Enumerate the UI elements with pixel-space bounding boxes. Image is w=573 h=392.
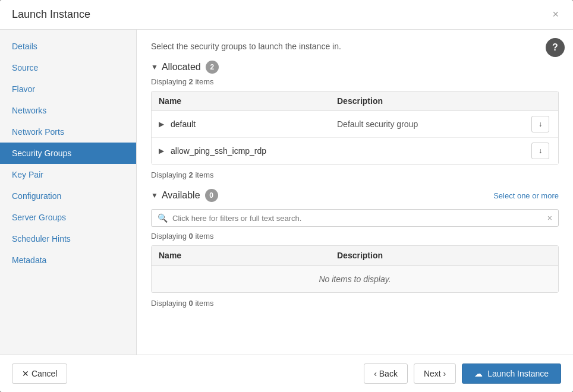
modal-header: Launch Instance × [0, 0, 573, 30]
modal-footer: ✕ Cancel ‹ Back Next › ☁ Launch Instance [0, 355, 573, 392]
footer-right: ‹ Back Next › ☁ Launch Instance [364, 363, 561, 384]
search-icon: 🔍 [158, 213, 168, 223]
search-box[interactable]: 🔍 × [151, 209, 559, 227]
allocated-displaying-bottom: Displaying 2 items [151, 170, 559, 179]
row-action-default: ↓ [530, 116, 551, 132]
allocated-col-name: Name [159, 96, 337, 106]
sidebar-item-configuration[interactable]: Configuration [0, 185, 136, 207]
launch-instance-label: Launch Instance [487, 369, 549, 378]
available-table: Name Description No items to display. [151, 245, 559, 293]
close-button[interactable]: × [550, 8, 561, 21]
available-displaying-top: Displaying 0 items [151, 232, 559, 241]
launch-instance-button[interactable]: ☁ Launch Instance [462, 363, 561, 384]
row-name-default: default [171, 119, 337, 129]
next-button[interactable]: Next › [414, 363, 456, 384]
allocated-chevron-icon: ▼ [151, 63, 158, 71]
search-clear-icon[interactable]: × [547, 213, 552, 223]
available-col-description: Description [337, 251, 551, 260]
search-input[interactable] [172, 214, 547, 223]
description-text: Select the security groups to launch the… [151, 42, 559, 51]
sidebar-item-flavor[interactable]: Flavor [0, 78, 136, 100]
modal-title: Launch Instance [12, 8, 90, 21]
allocated-section: ▼ Allocated 2 Displaying 2 items Name De… [151, 61, 559, 179]
row-expand-icon[interactable]: ▶ [159, 120, 171, 128]
help-button[interactable]: ? [546, 38, 565, 57]
sidebar-item-network-ports[interactable]: Network Ports [0, 121, 136, 143]
no-items-text: No items to display. [319, 274, 391, 284]
cloud-icon: ☁ [474, 369, 483, 378]
back-button[interactable]: ‹ Back [364, 363, 408, 384]
table-row: ▶ allow_ping_ssh_icmp_rdp ↓ [152, 138, 558, 164]
available-header-row: ▼ Available 0 Select one or more [151, 189, 559, 206]
available-chevron-icon: ▼ [151, 191, 158, 200]
table-row: ▶ default Default security group ↓ [152, 111, 558, 138]
allocated-table: Name Description ▶ default Default secur… [151, 91, 559, 165]
sidebar: Details Source Flavor Networks Network P… [0, 30, 137, 355]
allocated-count-badge: 2 [206, 61, 219, 74]
available-col-name: Name [159, 251, 337, 260]
available-count-badge: 0 [205, 189, 218, 202]
allocated-section-header[interactable]: ▼ Allocated 2 [151, 61, 559, 74]
sidebar-item-details[interactable]: Details [0, 36, 136, 57]
sidebar-item-networks[interactable]: Networks [0, 100, 136, 121]
allocated-displaying-top: Displaying 2 items [151, 77, 559, 86]
allocated-table-header: Name Description [152, 91, 558, 111]
row-name-allow-ping: allow_ping_ssh_icmp_rdp [171, 146, 337, 156]
available-table-header: Name Description [152, 246, 558, 265]
sidebar-item-key-pair[interactable]: Key Pair [0, 164, 136, 185]
select-hint: Select one or more [493, 191, 559, 200]
row-action-allow-ping: ↓ [530, 143, 551, 159]
available-label: Available [162, 190, 200, 201]
no-items-row: No items to display. [152, 265, 558, 292]
row-desc-default: Default security group [337, 119, 530, 129]
sidebar-item-source[interactable]: Source [0, 57, 136, 78]
sidebar-item-metadata[interactable]: Metadata [0, 249, 136, 271]
sidebar-item-server-groups[interactable]: Server Groups [0, 207, 136, 228]
row-expand-icon[interactable]: ▶ [159, 147, 171, 155]
allocated-label: Allocated [162, 62, 201, 72]
available-section: ▼ Available 0 Select one or more 🔍 × Dis… [151, 189, 559, 308]
cancel-button[interactable]: ✕ Cancel [12, 363, 67, 384]
modal-body: Details Source Flavor Networks Network P… [0, 30, 573, 355]
allocated-col-description: Description [337, 96, 551, 106]
deallocate-allow-ping-button[interactable]: ↓ [531, 143, 549, 159]
sidebar-item-scheduler-hints[interactable]: Scheduler Hints [0, 228, 136, 249]
main-content: ? Select the security groups to launch t… [137, 30, 573, 355]
available-section-header[interactable]: ▼ Available 0 [151, 189, 218, 202]
available-displaying-bottom: Displaying 0 items [151, 299, 559, 308]
sidebar-item-security-groups[interactable]: Security Groups [0, 143, 136, 164]
deallocate-default-button[interactable]: ↓ [531, 116, 549, 132]
launch-instance-modal: Launch Instance × Details Source Flavor … [0, 0, 573, 392]
